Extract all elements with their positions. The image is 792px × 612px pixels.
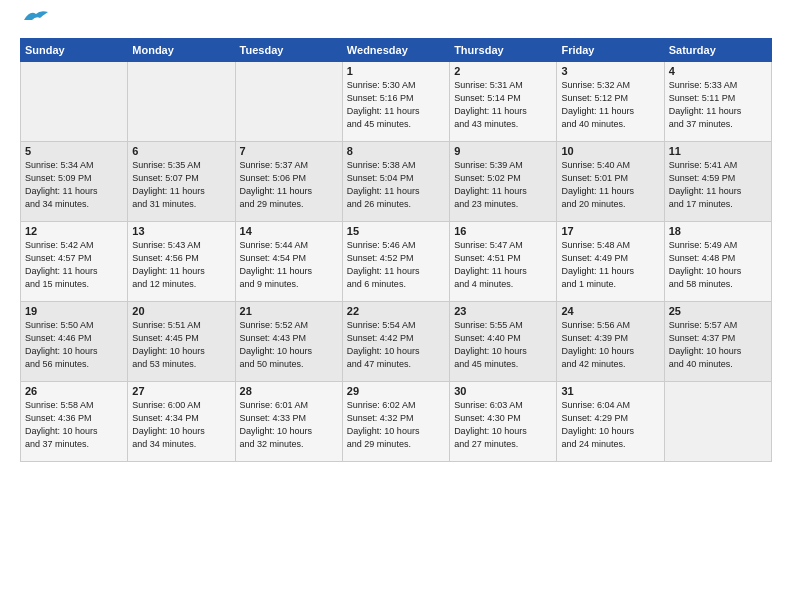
calendar-week-row: 1Sunrise: 5:30 AM Sunset: 5:16 PM Daylig… xyxy=(21,62,772,142)
day-info: Sunrise: 5:52 AM Sunset: 4:43 PM Dayligh… xyxy=(240,319,338,371)
calendar-day-7: 7Sunrise: 5:37 AM Sunset: 5:06 PM Daylig… xyxy=(235,142,342,222)
day-number: 27 xyxy=(132,385,230,397)
calendar-day-8: 8Sunrise: 5:38 AM Sunset: 5:04 PM Daylig… xyxy=(342,142,449,222)
calendar-day-6: 6Sunrise: 5:35 AM Sunset: 5:07 PM Daylig… xyxy=(128,142,235,222)
calendar-day-12: 12Sunrise: 5:42 AM Sunset: 4:57 PM Dayli… xyxy=(21,222,128,302)
calendar-day-16: 16Sunrise: 5:47 AM Sunset: 4:51 PM Dayli… xyxy=(450,222,557,302)
day-number: 4 xyxy=(669,65,767,77)
calendar-week-row: 12Sunrise: 5:42 AM Sunset: 4:57 PM Dayli… xyxy=(21,222,772,302)
day-info: Sunrise: 6:03 AM Sunset: 4:30 PM Dayligh… xyxy=(454,399,552,451)
calendar-day-29: 29Sunrise: 6:02 AM Sunset: 4:32 PM Dayli… xyxy=(342,382,449,462)
col-header-wednesday: Wednesday xyxy=(342,39,449,62)
day-info: Sunrise: 5:48 AM Sunset: 4:49 PM Dayligh… xyxy=(561,239,659,291)
calendar-day-13: 13Sunrise: 5:43 AM Sunset: 4:56 PM Dayli… xyxy=(128,222,235,302)
day-number: 28 xyxy=(240,385,338,397)
calendar-week-row: 5Sunrise: 5:34 AM Sunset: 5:09 PM Daylig… xyxy=(21,142,772,222)
calendar-day-31: 31Sunrise: 6:04 AM Sunset: 4:29 PM Dayli… xyxy=(557,382,664,462)
calendar-week-row: 26Sunrise: 5:58 AM Sunset: 4:36 PM Dayli… xyxy=(21,382,772,462)
calendar-day-3: 3Sunrise: 5:32 AM Sunset: 5:12 PM Daylig… xyxy=(557,62,664,142)
day-number: 3 xyxy=(561,65,659,77)
calendar-day-1: 1Sunrise: 5:30 AM Sunset: 5:16 PM Daylig… xyxy=(342,62,449,142)
day-info: Sunrise: 5:37 AM Sunset: 5:06 PM Dayligh… xyxy=(240,159,338,211)
logo-bird-icon xyxy=(22,8,50,28)
col-header-saturday: Saturday xyxy=(664,39,771,62)
day-number: 22 xyxy=(347,305,445,317)
calendar-day-17: 17Sunrise: 5:48 AM Sunset: 4:49 PM Dayli… xyxy=(557,222,664,302)
day-info: Sunrise: 5:50 AM Sunset: 4:46 PM Dayligh… xyxy=(25,319,123,371)
day-info: Sunrise: 5:46 AM Sunset: 4:52 PM Dayligh… xyxy=(347,239,445,291)
day-info: Sunrise: 6:02 AM Sunset: 4:32 PM Dayligh… xyxy=(347,399,445,451)
day-info: Sunrise: 5:56 AM Sunset: 4:39 PM Dayligh… xyxy=(561,319,659,371)
day-number: 26 xyxy=(25,385,123,397)
calendar-day-27: 27Sunrise: 6:00 AM Sunset: 4:34 PM Dayli… xyxy=(128,382,235,462)
day-number: 7 xyxy=(240,145,338,157)
day-info: Sunrise: 5:54 AM Sunset: 4:42 PM Dayligh… xyxy=(347,319,445,371)
day-info: Sunrise: 5:49 AM Sunset: 4:48 PM Dayligh… xyxy=(669,239,767,291)
day-info: Sunrise: 5:40 AM Sunset: 5:01 PM Dayligh… xyxy=(561,159,659,211)
calendar-day-10: 10Sunrise: 5:40 AM Sunset: 5:01 PM Dayli… xyxy=(557,142,664,222)
calendar-day-14: 14Sunrise: 5:44 AM Sunset: 4:54 PM Dayli… xyxy=(235,222,342,302)
day-info: Sunrise: 5:35 AM Sunset: 5:07 PM Dayligh… xyxy=(132,159,230,211)
calendar-empty-cell xyxy=(235,62,342,142)
day-number: 1 xyxy=(347,65,445,77)
calendar-day-30: 30Sunrise: 6:03 AM Sunset: 4:30 PM Dayli… xyxy=(450,382,557,462)
day-number: 24 xyxy=(561,305,659,317)
day-number: 21 xyxy=(240,305,338,317)
day-info: Sunrise: 5:47 AM Sunset: 4:51 PM Dayligh… xyxy=(454,239,552,291)
calendar-empty-cell xyxy=(21,62,128,142)
calendar-day-23: 23Sunrise: 5:55 AM Sunset: 4:40 PM Dayli… xyxy=(450,302,557,382)
day-info: Sunrise: 5:33 AM Sunset: 5:11 PM Dayligh… xyxy=(669,79,767,131)
day-info: Sunrise: 5:30 AM Sunset: 5:16 PM Dayligh… xyxy=(347,79,445,131)
day-number: 13 xyxy=(132,225,230,237)
day-number: 16 xyxy=(454,225,552,237)
calendar-day-11: 11Sunrise: 5:41 AM Sunset: 4:59 PM Dayli… xyxy=(664,142,771,222)
day-info: Sunrise: 5:55 AM Sunset: 4:40 PM Dayligh… xyxy=(454,319,552,371)
day-info: Sunrise: 5:44 AM Sunset: 4:54 PM Dayligh… xyxy=(240,239,338,291)
day-info: Sunrise: 6:00 AM Sunset: 4:34 PM Dayligh… xyxy=(132,399,230,451)
calendar-day-9: 9Sunrise: 5:39 AM Sunset: 5:02 PM Daylig… xyxy=(450,142,557,222)
day-number: 23 xyxy=(454,305,552,317)
day-number: 19 xyxy=(25,305,123,317)
calendar-day-28: 28Sunrise: 6:01 AM Sunset: 4:33 PM Dayli… xyxy=(235,382,342,462)
calendar-empty-cell xyxy=(664,382,771,462)
col-header-thursday: Thursday xyxy=(450,39,557,62)
day-number: 6 xyxy=(132,145,230,157)
calendar-day-22: 22Sunrise: 5:54 AM Sunset: 4:42 PM Dayli… xyxy=(342,302,449,382)
day-info: Sunrise: 5:34 AM Sunset: 5:09 PM Dayligh… xyxy=(25,159,123,211)
day-info: Sunrise: 5:43 AM Sunset: 4:56 PM Dayligh… xyxy=(132,239,230,291)
day-number: 30 xyxy=(454,385,552,397)
day-number: 20 xyxy=(132,305,230,317)
calendar-day-21: 21Sunrise: 5:52 AM Sunset: 4:43 PM Dayli… xyxy=(235,302,342,382)
calendar-day-4: 4Sunrise: 5:33 AM Sunset: 5:11 PM Daylig… xyxy=(664,62,771,142)
day-number: 12 xyxy=(25,225,123,237)
day-number: 14 xyxy=(240,225,338,237)
col-header-tuesday: Tuesday xyxy=(235,39,342,62)
page: SundayMondayTuesdayWednesdayThursdayFrid… xyxy=(0,0,792,612)
calendar-empty-cell xyxy=(128,62,235,142)
day-info: Sunrise: 5:39 AM Sunset: 5:02 PM Dayligh… xyxy=(454,159,552,211)
header xyxy=(20,16,772,28)
calendar-day-19: 19Sunrise: 5:50 AM Sunset: 4:46 PM Dayli… xyxy=(21,302,128,382)
col-header-monday: Monday xyxy=(128,39,235,62)
day-number: 15 xyxy=(347,225,445,237)
col-header-sunday: Sunday xyxy=(21,39,128,62)
day-number: 17 xyxy=(561,225,659,237)
day-number: 10 xyxy=(561,145,659,157)
day-info: Sunrise: 6:04 AM Sunset: 4:29 PM Dayligh… xyxy=(561,399,659,451)
calendar-day-20: 20Sunrise: 5:51 AM Sunset: 4:45 PM Dayli… xyxy=(128,302,235,382)
calendar-week-row: 19Sunrise: 5:50 AM Sunset: 4:46 PM Dayli… xyxy=(21,302,772,382)
day-number: 31 xyxy=(561,385,659,397)
day-number: 25 xyxy=(669,305,767,317)
day-info: Sunrise: 5:31 AM Sunset: 5:14 PM Dayligh… xyxy=(454,79,552,131)
day-number: 8 xyxy=(347,145,445,157)
logo xyxy=(20,16,50,28)
calendar-day-2: 2Sunrise: 5:31 AM Sunset: 5:14 PM Daylig… xyxy=(450,62,557,142)
day-number: 29 xyxy=(347,385,445,397)
day-info: Sunrise: 5:32 AM Sunset: 5:12 PM Dayligh… xyxy=(561,79,659,131)
calendar-day-15: 15Sunrise: 5:46 AM Sunset: 4:52 PM Dayli… xyxy=(342,222,449,302)
day-info: Sunrise: 6:01 AM Sunset: 4:33 PM Dayligh… xyxy=(240,399,338,451)
calendar-table: SundayMondayTuesdayWednesdayThursdayFrid… xyxy=(20,38,772,462)
day-info: Sunrise: 5:58 AM Sunset: 4:36 PM Dayligh… xyxy=(25,399,123,451)
day-number: 9 xyxy=(454,145,552,157)
day-number: 18 xyxy=(669,225,767,237)
